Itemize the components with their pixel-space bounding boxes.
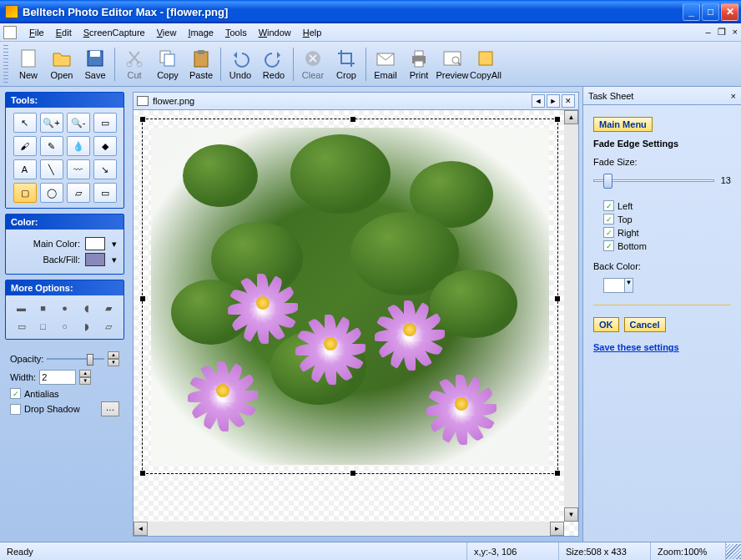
shape-9[interactable]: ▱	[99, 319, 118, 334]
opacity-down[interactable]: ▼	[108, 359, 119, 366]
opacity-up[interactable]: ▲	[108, 351, 119, 359]
fade-bottom-checkbox[interactable]: ✓	[603, 240, 614, 251]
toolbar-paste-button[interactable]: Paste	[184, 44, 218, 84]
canvas[interactable]: ▲ ▼ ◄ ►	[133, 110, 579, 537]
fade-size-value: 13	[721, 175, 731, 185]
doc-prev-button[interactable]: ◄	[532, 94, 545, 108]
toolbar-redo-button[interactable]: Redo	[257, 44, 290, 84]
tool-speech[interactable]: ◯	[40, 183, 63, 203]
antialias-checkbox[interactable]: ✓	[10, 388, 21, 399]
window-title: Belltech Photo Editor Max - [flower.png]	[23, 6, 683, 18]
tool-arrow[interactable]: ↘	[93, 159, 117, 179]
fade-size-slider[interactable]	[593, 172, 714, 189]
svg-rect-2	[90, 51, 100, 57]
minimize-button[interactable]: _	[683, 3, 700, 21]
toolbar-save-button[interactable]: Save	[78, 44, 112, 84]
toolbar-preview-button[interactable]: Preview	[436, 44, 469, 84]
tool-zoom-in[interactable]: 🔍+	[40, 113, 63, 133]
menu-screencapture[interactable]: ScreenCapture	[78, 26, 151, 39]
tool-marquee[interactable]: ▭	[93, 113, 117, 133]
maximize-button[interactable]: □	[702, 3, 719, 21]
shape-1[interactable]: ■	[34, 300, 53, 315]
menu-image[interactable]: Image	[182, 26, 219, 39]
save-settings-link[interactable]: Save these settings	[593, 342, 731, 352]
shape-6[interactable]: □	[34, 319, 53, 334]
ok-button[interactable]: OK	[593, 317, 619, 332]
task-sheet-title: Task Sheet	[588, 91, 633, 101]
width-up[interactable]: ▲	[79, 370, 91, 377]
toolbar-print-button[interactable]: Print	[402, 44, 436, 84]
toolbar-undo-button[interactable]: Undo	[224, 44, 257, 84]
mdi-close[interactable]: ×	[733, 27, 738, 38]
mdi-minimize[interactable]: –	[705, 27, 710, 38]
tool-curve[interactable]: 〰	[67, 159, 90, 179]
menu-view[interactable]: View	[151, 26, 183, 39]
menu-edit[interactable]: Edit	[50, 26, 78, 39]
image-content	[151, 128, 549, 465]
shape-3[interactable]: ◖	[78, 300, 96, 315]
dropshadow-checkbox[interactable]	[10, 404, 21, 415]
toolbar-open-button[interactable]: Open	[45, 44, 78, 84]
color-header: Color:	[6, 214, 124, 230]
toolbar-crop-button[interactable]: Crop	[330, 44, 363, 84]
fade-top-checkbox[interactable]: ✓	[603, 214, 614, 225]
back-fill-swatch[interactable]	[85, 253, 105, 266]
tool-text[interactable]: A	[13, 159, 37, 179]
selection-frame[interactable]	[142, 119, 558, 474]
content-area: Tools: ↖🔍+🔍-▭🖌✎💧◆A╲〰↘▢◯▱▭ Color: Main Co…	[0, 87, 741, 542]
toolbar-copy-button[interactable]: Copy	[151, 44, 184, 84]
document-filename: flower.png	[153, 96, 194, 106]
shape-0[interactable]: ▬	[13, 300, 31, 315]
vertical-scrollbar[interactable]: ▲ ▼	[564, 110, 578, 522]
menu-help[interactable]: Help	[297, 26, 328, 39]
toolbar-new-button[interactable]: New	[12, 44, 45, 84]
width-input[interactable]	[39, 370, 76, 385]
horizontal-scrollbar[interactable]: ◄ ►	[134, 522, 564, 536]
resize-grip[interactable]	[726, 544, 741, 559]
dropshadow-options[interactable]: …	[101, 401, 119, 416]
shape-5[interactable]: ▭	[13, 319, 31, 334]
menu-tools[interactable]: Tools	[219, 26, 253, 39]
shape-8[interactable]: ◗	[78, 319, 96, 334]
print-icon	[409, 48, 429, 68]
cancel-button[interactable]: Cancel	[624, 317, 666, 332]
task-sheet: Task Sheet × Main Menu Fade Edge Setting…	[582, 87, 741, 542]
fade-left-checkbox[interactable]: ✓	[603, 200, 614, 211]
opacity-slider[interactable]	[47, 352, 104, 366]
doc-next-button[interactable]: ►	[547, 94, 560, 108]
tool-pencil[interactable]: ✎	[40, 136, 63, 156]
main-color-dropdown[interactable]: ▾	[110, 239, 118, 250]
doc-close-button[interactable]: ✕	[562, 94, 575, 108]
main-menu-button[interactable]: Main Menu	[593, 117, 653, 132]
tool-brush[interactable]: 🖌	[13, 136, 37, 156]
back-fill-dropdown[interactable]: ▾	[110, 255, 118, 265]
cut-icon	[124, 48, 144, 68]
tool-line[interactable]: ╲	[40, 159, 63, 179]
copy-icon	[158, 48, 178, 68]
menu-file[interactable]: File	[23, 26, 50, 39]
tool-zoom-out[interactable]: 🔍-	[67, 113, 90, 133]
fade-right-checkbox[interactable]: ✓	[603, 227, 614, 238]
back-color-swatch[interactable]: ▼	[603, 278, 633, 293]
tool-callout[interactable]: ▢	[13, 183, 37, 203]
menu-window[interactable]: Window	[253, 26, 297, 39]
svg-rect-6	[164, 54, 174, 66]
tool-pointer[interactable]: ↖	[13, 113, 37, 133]
tool-eyedropper[interactable]: 💧	[67, 136, 90, 156]
toolbar-email-button[interactable]: Email	[369, 44, 402, 84]
menubar: FileEditScreenCaptureViewImageToolsWindo…	[0, 23, 741, 42]
task-sheet-close[interactable]: ×	[731, 91, 736, 101]
width-down[interactable]: ▼	[79, 377, 91, 385]
shape-2[interactable]: ●	[56, 300, 74, 315]
main-color-swatch[interactable]	[85, 237, 105, 250]
tool-highlight[interactable]: ▱	[67, 183, 90, 203]
shape-7[interactable]: ○	[56, 319, 74, 334]
close-button[interactable]: ✕	[721, 3, 738, 21]
mdi-restore[interactable]: ❐	[718, 27, 726, 38]
shape-4[interactable]: ▰	[99, 300, 118, 315]
svg-rect-8	[198, 50, 204, 54]
toolbar-copyall-button[interactable]: CopyAll	[469, 44, 502, 84]
toolbar-grip[interactable]	[3, 45, 8, 83]
tool-eraser[interactable]: ◆	[93, 136, 117, 156]
tool-stamp[interactable]: ▭	[93, 183, 117, 203]
